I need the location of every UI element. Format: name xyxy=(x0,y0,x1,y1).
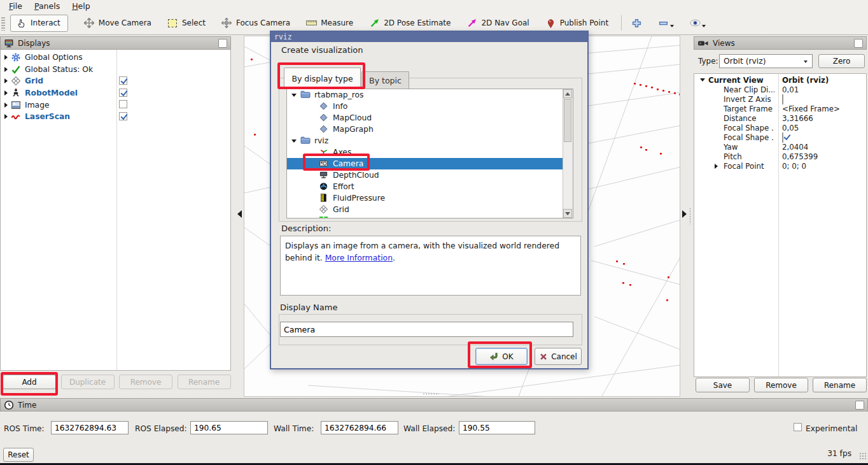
scrollbar-thumb[interactable] xyxy=(564,99,571,142)
displays-row-grid[interactable]: Grid xyxy=(1,75,230,87)
splitter-handle[interactable] xyxy=(689,208,692,224)
tree-item-axes[interactable]: Axes xyxy=(287,147,564,158)
ros-elapsed-input[interactable] xyxy=(190,421,268,434)
duplicate-display-button[interactable]: Duplicate xyxy=(61,375,115,389)
panel-dock-button[interactable] xyxy=(854,39,863,48)
views-row-current-view[interactable]: Current View Orbit (rviz) xyxy=(694,75,866,85)
collapse-left-arrow-icon[interactable] xyxy=(237,210,242,218)
tool-2d-nav-goal[interactable]: 2D Nav Goal xyxy=(466,18,529,29)
tab-by-topic[interactable]: By topic xyxy=(361,71,409,89)
tab-by-display-type[interactable]: By display type xyxy=(284,68,361,89)
property-value[interactable]: 2,0404 xyxy=(774,143,808,152)
property-value[interactable]: 0,01 xyxy=(774,85,799,94)
time-panel-header[interactable]: Time xyxy=(0,398,868,411)
views-row-distance[interactable]: Distance 3,31666 xyxy=(694,113,866,123)
remove-view-button[interactable]: Remove xyxy=(754,378,808,392)
displays-row-laserscan[interactable]: LaserScan xyxy=(1,111,230,123)
tool-move-camera[interactable]: Move Camera xyxy=(84,18,151,29)
tree-item-mapcloud[interactable]: MapCloud xyxy=(287,112,564,124)
expand-arrow-icon[interactable] xyxy=(4,114,8,119)
tree-item-camera[interactable]: Camera xyxy=(287,158,564,169)
save-view-button[interactable]: Save xyxy=(696,378,750,392)
tool-select[interactable]: Select xyxy=(167,18,206,29)
property-value[interactable]: 3,31666 xyxy=(774,114,813,123)
enabled-checkbox[interactable] xyxy=(119,112,127,120)
menu-help[interactable]: Help xyxy=(71,1,92,11)
tool-2d-pose-estimate[interactable]: 2D Pose Estimate xyxy=(369,18,451,29)
scroll-up-icon[interactable] xyxy=(563,89,572,98)
dialog-titlebar[interactable]: rviz xyxy=(271,32,587,42)
views-row-focal-point[interactable]: Focal Point 0; 0; 0 xyxy=(694,161,866,171)
displays-row-image[interactable]: Image xyxy=(1,99,230,111)
expand-arrow-icon[interactable] xyxy=(715,164,718,169)
ros-time-input[interactable] xyxy=(51,421,129,434)
collapse-arrow-icon[interactable] xyxy=(700,78,705,82)
add-tool-button[interactable] xyxy=(631,18,642,29)
expand-arrow-icon[interactable] xyxy=(4,78,8,83)
menu-panels[interactable]: Panels xyxy=(33,1,61,11)
expand-arrow-icon[interactable] xyxy=(4,103,8,108)
display-name-input[interactable] xyxy=(280,322,573,337)
views-row-invert-z[interactable]: Invert Z Axis xyxy=(694,94,866,104)
property-value[interactable]: 0; 0; 0 xyxy=(774,162,806,171)
tree-scrollbar[interactable] xyxy=(563,89,573,218)
menu-file[interactable]: File xyxy=(8,1,24,11)
tool-visibility-button[interactable] xyxy=(690,18,706,29)
tool-interact[interactable]: Interact xyxy=(10,15,68,32)
resize-grip[interactable] xyxy=(859,452,867,460)
tool-focus-camera[interactable]: Focus Camera xyxy=(221,18,290,29)
displays-row-global-status[interactable]: Global Status: Ok xyxy=(1,64,230,76)
tool-publish-point[interactable]: Publish Point xyxy=(545,18,608,29)
scroll-down-icon[interactable] xyxy=(563,209,572,218)
panel-dock-button[interactable] xyxy=(855,401,864,410)
wall-time-input[interactable] xyxy=(321,421,398,434)
expand-arrow-icon[interactable] xyxy=(4,67,8,72)
view-type-select[interactable]: Orbit (rviz) xyxy=(719,54,813,68)
collapse-arrow-icon[interactable] xyxy=(291,94,297,97)
toolbar-drag-handle[interactable] xyxy=(1,17,5,31)
cancel-button[interactable]: Cancel xyxy=(535,348,582,365)
displays-row-robotmodel[interactable]: RobotModel xyxy=(1,87,230,99)
views-row-target-frame[interactable]: Target Frame <Fixed Frame> xyxy=(694,104,866,113)
views-row-focal-shape-fixed[interactable]: Focal Shape ... xyxy=(694,132,866,142)
tree-item-depthcloud[interactable]: DepthCloud xyxy=(287,169,564,181)
tree-item-gridcells[interactable]: GridCells xyxy=(287,215,564,218)
ok-button[interactable]: OK xyxy=(475,348,528,365)
more-information-link[interactable]: More Information xyxy=(325,253,393,262)
zero-button[interactable]: Zero xyxy=(818,54,865,68)
reset-button[interactable]: Reset xyxy=(3,448,34,462)
expand-arrow-icon[interactable] xyxy=(4,90,8,96)
wall-elapsed-input[interactable] xyxy=(459,421,535,434)
tree-item-fluidpressure[interactable]: FluidPressure xyxy=(287,192,564,204)
property-value[interactable]: 0,05 xyxy=(774,124,799,132)
property-checkbox[interactable] xyxy=(782,94,783,104)
remove-tool-button[interactable] xyxy=(658,18,674,29)
property-value[interactable]: 0,675399 xyxy=(774,152,818,161)
displays-panel-header[interactable]: Displays xyxy=(0,36,231,50)
experimental-checkbox[interactable] xyxy=(794,423,802,431)
property-value[interactable]: <Fixed Frame> xyxy=(774,104,840,113)
tree-item-mapgraph[interactable]: MapGraph xyxy=(287,124,564,135)
property-checkbox[interactable] xyxy=(782,132,783,143)
collapse-arrow-icon[interactable] xyxy=(291,140,297,143)
views-row-focal-shape-size[interactable]: Focal Shape ... 0,05 xyxy=(694,123,866,132)
expand-arrow-icon[interactable] xyxy=(4,55,8,60)
remove-display-button[interactable]: Remove xyxy=(119,375,172,389)
views-panel-header[interactable]: Views xyxy=(694,36,867,50)
tree-folder-rviz[interactable]: rviz xyxy=(287,135,564,147)
panel-dock-button[interactable] xyxy=(218,39,227,48)
rename-view-button[interactable]: Rename xyxy=(813,378,867,392)
tree-item-info[interactable]: Info xyxy=(287,101,564,112)
splitter-handle[interactable] xyxy=(423,393,439,396)
views-row-pitch[interactable]: Pitch 0,675399 xyxy=(694,152,866,161)
enabled-checkbox[interactable] xyxy=(119,76,127,85)
views-row-near-clip[interactable]: Near Clip Di... 0,01 xyxy=(694,85,866,94)
views-row-yaw[interactable]: Yaw 2,0404 xyxy=(694,142,866,152)
rename-display-button[interactable]: Rename xyxy=(178,375,231,389)
tree-item-effort[interactable]: Effort xyxy=(287,181,564,192)
tool-measure[interactable]: Measure xyxy=(306,18,353,29)
enabled-checkbox[interactable] xyxy=(119,100,127,108)
collapse-right-arrow-icon[interactable] xyxy=(682,210,687,218)
tree-folder-rtabmap-ros[interactable]: rtabmap_ros xyxy=(287,89,564,101)
enabled-checkbox[interactable] xyxy=(119,89,127,97)
